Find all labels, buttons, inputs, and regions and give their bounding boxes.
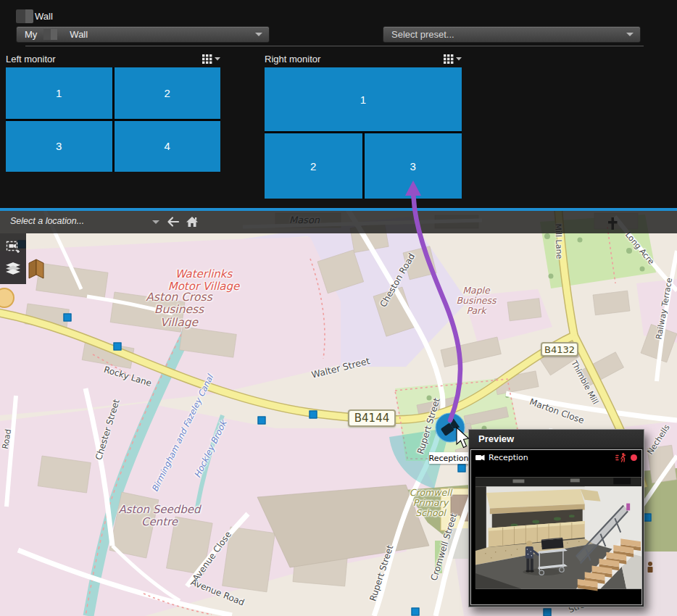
wall-selector-dropdown[interactable]: My Wall: [16, 26, 270, 43]
grid-layout-icon: [202, 54, 212, 64]
layout-grid-button[interactable]: [202, 54, 220, 64]
motion-icon: [615, 453, 627, 462]
layout-grid-button[interactable]: [444, 54, 462, 64]
camera-marker[interactable]: [258, 417, 266, 425]
wall-tile[interactable]: 2: [265, 133, 362, 199]
divider: [25, 46, 644, 46]
camera-tile: Reception: [470, 449, 642, 605]
map-tools-strip: [0, 233, 26, 284]
camera-marker[interactable]: [412, 608, 420, 616]
wall-tile[interactable]: 3: [365, 133, 462, 199]
home-icon[interactable]: [186, 216, 199, 228]
map-toolbar: Select a location...: [0, 211, 677, 233]
back-icon[interactable]: [165, 216, 180, 228]
chevron-down-icon: [456, 57, 462, 61]
selected-view-border: [0, 208, 677, 211]
map-camera-reception: [436, 413, 465, 442]
camera-preview-image: [471, 465, 641, 604]
left-monitor-title: Left monitor: [6, 54, 56, 64]
chevron-down-icon: [215, 57, 220, 61]
smart-wall-panel: Wall My Wall Select preset... Left monit…: [0, 0, 677, 208]
camera-tile-header: Reception: [471, 450, 641, 465]
preset-selector-dropdown[interactable]: Select preset...: [383, 26, 641, 43]
pedestrian-icon: [648, 562, 653, 573]
camera-marker[interactable]: [458, 465, 466, 473]
select-cameras-icon[interactable]: [6, 240, 20, 254]
wall-toggle-label: Wall: [35, 11, 53, 22]
wall-tile[interactable]: 2: [115, 67, 221, 119]
camera-marker[interactable]: [114, 343, 122, 351]
wall-tile[interactable]: 3: [6, 121, 112, 172]
grid-layout-icon: [444, 54, 454, 64]
chevron-down-icon[interactable]: [152, 220, 159, 224]
camera-name-chip: Reception: [429, 452, 468, 464]
right-monitor-layout: 1 2 3: [265, 67, 462, 199]
wall-toggle[interactable]: [16, 9, 33, 23]
camera-marker[interactable]: [310, 411, 317, 419]
wall-tile[interactable]: 1: [265, 67, 462, 131]
wall-selector-value: Wall: [70, 29, 88, 40]
reception-scene: [475, 478, 641, 591]
left-monitor-header: Left monitor: [6, 51, 220, 66]
camera-icon: [475, 454, 485, 461]
wall-tile[interactable]: 1: [6, 67, 112, 119]
preview-popup: Preview Reception: [468, 429, 644, 607]
smart-client-window: Wall My Wall Select preset... Left monit…: [0, 0, 677, 616]
camera-marker[interactable]: [64, 314, 72, 322]
camera-marker[interactable]: [644, 514, 652, 522]
layers-icon[interactable]: [6, 262, 20, 275]
wall-tile[interactable]: 4: [115, 121, 221, 172]
right-monitor-title: Right monitor: [265, 54, 320, 64]
chevron-down-icon[interactable]: [255, 33, 262, 36]
redacted-text-block: [43, 29, 57, 40]
location-selector[interactable]: Select a location...: [10, 216, 84, 226]
left-monitor-layout: 1 2 3 4: [6, 67, 220, 172]
camera-name: Reception: [489, 453, 612, 462]
wall-selector-prefix: My: [25, 29, 37, 40]
right-monitor-header: Right monitor: [265, 51, 462, 66]
preset-placeholder: Select preset...: [391, 29, 454, 40]
camera-marker[interactable]: [544, 609, 552, 616]
preview-popup-title: Preview: [469, 430, 644, 449]
recording-dot: [631, 454, 637, 461]
chevron-down-icon[interactable]: [626, 33, 634, 36]
